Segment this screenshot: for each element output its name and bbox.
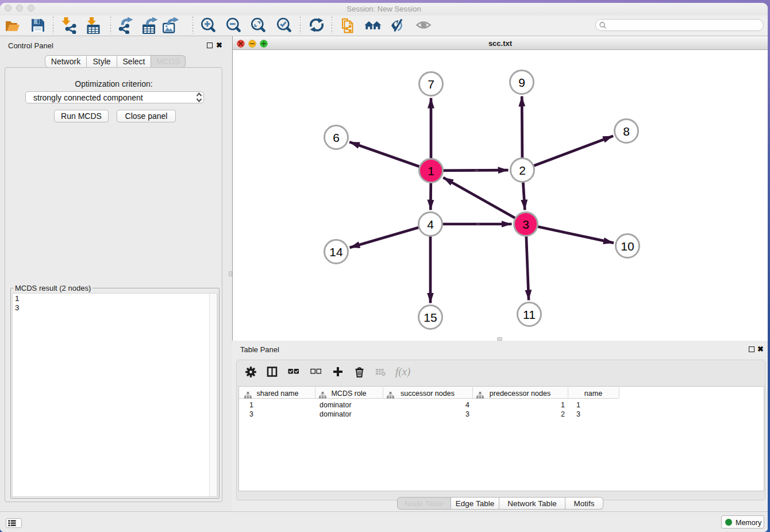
svg-text:6: 6 [333, 131, 340, 144]
svg-text:4: 4 [427, 218, 434, 231]
svg-text:10: 10 [621, 240, 634, 253]
svg-text:9: 9 [518, 76, 525, 89]
svg-text:1: 1 [428, 164, 434, 178]
svg-text:7: 7 [428, 78, 434, 91]
svg-text:3: 3 [522, 218, 529, 231]
svg-text:15: 15 [424, 311, 437, 324]
svg-text:11: 11 [523, 308, 536, 321]
svg-text:2: 2 [519, 164, 526, 177]
svg-text:14: 14 [329, 245, 343, 259]
svg-text:8: 8 [623, 125, 630, 138]
